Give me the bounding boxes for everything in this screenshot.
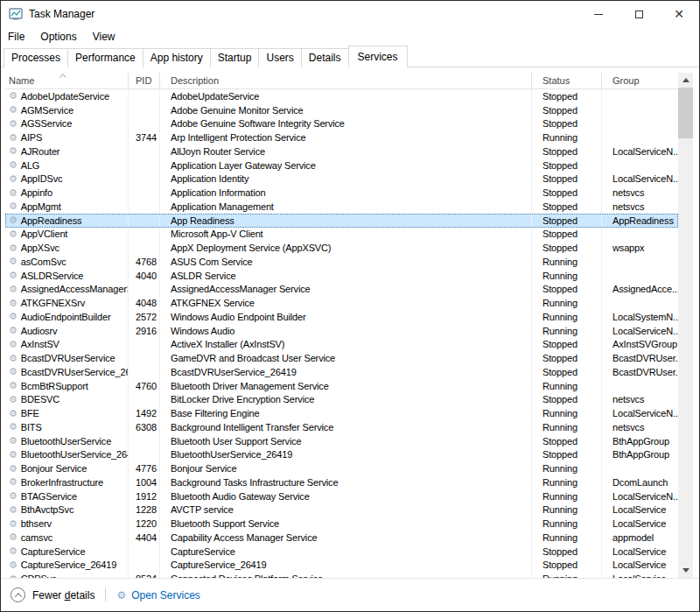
tab-users[interactable]: Users bbox=[258, 48, 301, 67]
tab-startup[interactable]: Startup bbox=[210, 48, 260, 67]
service-gear-icon: ⚙ bbox=[9, 285, 18, 294]
cell-name: ⚙AdobeUpdateService bbox=[5, 89, 129, 103]
cell-name: ⚙AxInstSV bbox=[5, 338, 129, 352]
menu-view[interactable]: View bbox=[85, 29, 123, 45]
cell-status: Running bbox=[532, 489, 602, 503]
service-gear-icon: ⚙ bbox=[9, 133, 18, 143]
cell-status: Stopped bbox=[532, 559, 602, 573]
vertical-scrollbar[interactable] bbox=[678, 73, 693, 578]
open-services-link[interactable]: ⚙ Open Services bbox=[116, 589, 200, 601]
service-gear-icon: ⚙ bbox=[9, 395, 18, 404]
scrollbar-thumb[interactable] bbox=[678, 88, 693, 138]
table-row[interactable]: ⚙AppIDSvc Application Identity Stopped L… bbox=[5, 172, 678, 186]
tab-processes[interactable]: Processes bbox=[4, 48, 68, 67]
table-row[interactable]: ⚙AppVClient Microsoft App-V Client Stopp… bbox=[5, 228, 678, 242]
table-row[interactable]: ⚙AppXSvc AppX Deployment Service (AppXSV… bbox=[5, 241, 678, 255]
cell-description: AllJoyn Router Service bbox=[160, 144, 532, 158]
cell-pid bbox=[129, 559, 160, 573]
cell-name: ⚙bthserv bbox=[5, 517, 129, 531]
service-gear-icon: ⚙ bbox=[9, 340, 18, 349]
scrollbar-up-button[interactable] bbox=[678, 73, 693, 88]
scrollbar-track[interactable] bbox=[678, 138, 693, 563]
services-panel: Name PID Description Status Group ⚙Adobe… bbox=[1, 67, 699, 578]
table-row[interactable]: ⚙AppMgmt Application Management Stopped … bbox=[5, 200, 678, 214]
table-row[interactable]: ⚙CaptureService CaptureService Stopped L… bbox=[5, 545, 678, 559]
cell-description: BitLocker Drive Encryption Service bbox=[160, 393, 532, 407]
cell-status: Running bbox=[532, 420, 602, 434]
menu-file[interactable]: File bbox=[8, 29, 32, 45]
service-gear-icon: ⚙ bbox=[9, 519, 18, 529]
column-header-name[interactable]: Name bbox=[5, 73, 129, 88]
cell-pid: 4776 bbox=[129, 461, 160, 475]
cell-name: ⚙BcastDVRUserService_26419 bbox=[5, 365, 129, 379]
table-row[interactable]: ⚙BITS 6308 Background Intelligent Transf… bbox=[5, 420, 678, 434]
column-header-group[interactable]: Group bbox=[602, 73, 678, 88]
table-row[interactable]: ⚙ALG Application Layer Gateway Service S… bbox=[5, 158, 678, 172]
service-gear-icon: ⚙ bbox=[9, 326, 18, 335]
cell-name: ⚙BcmBtRSupport bbox=[5, 379, 129, 393]
cell-name: ⚙BcastDVRUserService bbox=[5, 351, 129, 365]
cell-pid bbox=[129, 228, 160, 242]
table-row[interactable]: ⚙BthAvctpSvc 1228 AVCTP service Running … bbox=[5, 503, 678, 517]
table-row[interactable]: ⚙BcastDVRUserService_26419 BcastDVRUserS… bbox=[5, 365, 678, 379]
minimize-icon bbox=[594, 14, 603, 15]
table-row[interactable]: ⚙Appinfo Application Information Stopped… bbox=[5, 186, 678, 200]
table-row[interactable]: ⚙AssignedAccessManagerSvc AssignedAccess… bbox=[5, 283, 678, 297]
cell-group: AssignedAcce... bbox=[602, 283, 678, 297]
cell-status: Running bbox=[532, 379, 602, 393]
table-row[interactable]: ⚙CDPSvc 8524 Connected Devices Platform … bbox=[5, 572, 678, 578]
service-gear-icon: ⚙ bbox=[9, 229, 18, 239]
tab-services[interactable]: Services bbox=[348, 46, 408, 67]
table-row[interactable]: ⚙AIPS 3744 Arp Intelligent Protection Se… bbox=[5, 130, 678, 144]
cell-name: ⚙CaptureService bbox=[5, 545, 129, 559]
table-row[interactable]: ⚙BDESVC BitLocker Drive Encryption Servi… bbox=[5, 393, 678, 407]
table-row[interactable]: ⚙BTAGService 1912 Bluetooth Audio Gatewa… bbox=[5, 489, 678, 503]
tab-performance[interactable]: Performance bbox=[67, 48, 144, 67]
table-row[interactable]: ⚙BluetoothUserService Bluetooth User Sup… bbox=[5, 434, 678, 448]
maximize-button[interactable] bbox=[619, 1, 659, 27]
scrollbar-down-button[interactable] bbox=[678, 563, 693, 578]
table-row[interactable]: ⚙AJRouter AllJoyn Router Service Stopped… bbox=[5, 144, 678, 158]
cell-description: Bluetooth Driver Management Service bbox=[160, 379, 532, 393]
table-row[interactable]: ⚙CaptureService_26419 CaptureService_264… bbox=[5, 559, 678, 573]
table-row[interactable]: ⚙AudioEndpointBuilder 2572 Windows Audio… bbox=[5, 310, 678, 324]
footer-separator bbox=[105, 588, 106, 601]
tab-app-history[interactable]: App history bbox=[143, 48, 211, 67]
table-row[interactable]: ⚙AdobeUpdateService AdobeUpdateService S… bbox=[5, 89, 678, 103]
cell-group bbox=[602, 269, 678, 283]
service-gear-icon: ⚙ bbox=[9, 546, 18, 556]
cell-pid: 8524 bbox=[129, 572, 160, 578]
column-header-status[interactable]: Status bbox=[532, 73, 602, 88]
table-row[interactable]: ⚙Bonjour Service 4776 Bonjour Service Ru… bbox=[5, 461, 678, 475]
table-row[interactable]: ⚙AxInstSV ActiveX Installer (AxInstSV) S… bbox=[5, 338, 678, 352]
table-row[interactable]: ⚙BrokerInfrastructure 1004 Background Ta… bbox=[5, 475, 678, 489]
table-row[interactable]: ⚙ATKGFNEXSrv 4048 ATKGFNEX Service Runni… bbox=[5, 296, 678, 310]
cell-status: Stopped bbox=[532, 283, 602, 297]
tab-details[interactable]: Details bbox=[301, 48, 349, 67]
minimize-button[interactable] bbox=[578, 1, 619, 27]
table-row[interactable]: ⚙asComSvc 4768 ASUS Com Service Running bbox=[5, 255, 678, 269]
table-row[interactable]: ⚙BcmBtRSupport 4760 Bluetooth Driver Man… bbox=[5, 379, 678, 393]
service-gear-icon: ⚙ bbox=[9, 532, 18, 542]
table-row[interactable]: ⚙Audiosrv 2916 Windows Audio Running Loc… bbox=[5, 324, 678, 338]
menu-bar: File Options View bbox=[1, 27, 699, 46]
footer-bar: Fewer details ⚙ Open Services bbox=[1, 578, 699, 611]
menu-options[interactable]: Options bbox=[32, 29, 84, 45]
cell-name: ⚙AppVClient bbox=[5, 228, 129, 242]
fewer-details-button[interactable]: Fewer details bbox=[32, 589, 94, 601]
close-button[interactable]: ✕ bbox=[659, 1, 699, 27]
table-row[interactable]: ⚙AGSService Adobe Genuine Software Integ… bbox=[5, 117, 678, 131]
table-row[interactable]: ⚙AppReadiness App Readiness Stopped AppR… bbox=[5, 214, 678, 228]
table-row[interactable]: ⚙BFE 1492 Base Filtering Engine Running … bbox=[5, 406, 678, 420]
table-row[interactable]: ⚙BcastDVRUserService GameDVR and Broadca… bbox=[5, 351, 678, 365]
table-row[interactable]: ⚙AGMService Adobe Genuine Monitor Servic… bbox=[5, 103, 678, 117]
column-header-pid[interactable]: PID bbox=[129, 73, 160, 88]
table-row[interactable]: ⚙ASLDRService 4040 ASLDR Service Running bbox=[5, 269, 678, 283]
cell-status: Running bbox=[532, 517, 602, 531]
table-row[interactable]: ⚙BluetoothUserService_26419 BluetoothUse… bbox=[5, 448, 678, 462]
cell-status: Stopped bbox=[532, 351, 602, 365]
table-row[interactable]: ⚙bthserv 1220 Bluetooth Support Service … bbox=[5, 517, 678, 531]
cell-pid bbox=[129, 214, 160, 228]
column-header-description[interactable]: Description bbox=[160, 73, 532, 88]
table-row[interactable]: ⚙camsvc 4404 Capability Access Manager S… bbox=[5, 531, 678, 545]
